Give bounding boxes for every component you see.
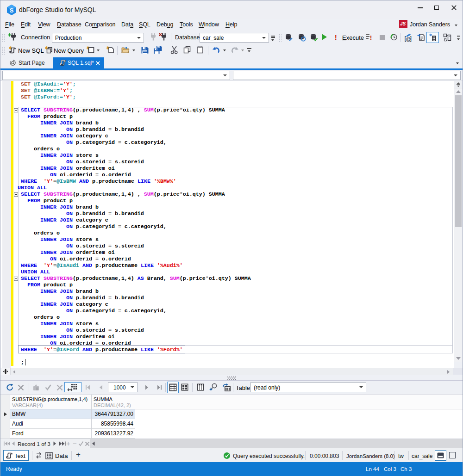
svg-text:S: S bbox=[10, 7, 14, 14]
svg-text:!: ! bbox=[370, 34, 372, 41]
